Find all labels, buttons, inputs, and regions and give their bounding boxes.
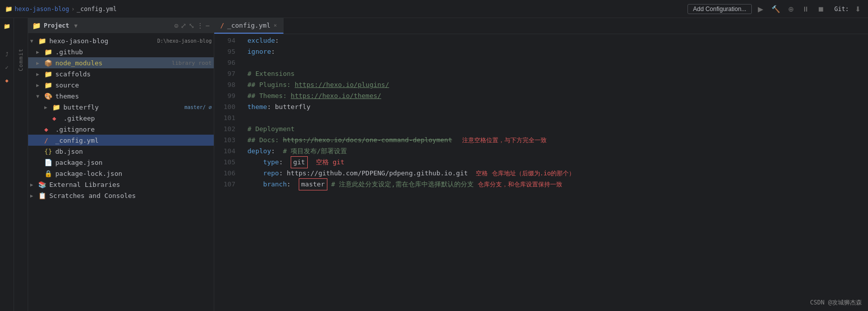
expand-arrow: ▶	[44, 105, 52, 110]
file-tree-panel: 📁 Project ▼ ⊙ ⤢ ⤡ ⋮ − ▼ 📁 hexo-jason-blo…	[28, 18, 214, 311]
tree-label: External Libraries	[49, 181, 212, 188]
tree-item-package-json[interactable]: ▶ 📄 package.json	[28, 157, 214, 168]
build-button[interactable]: 🔨	[769, 4, 782, 14]
code-line-99: ## Themes: https://hexo.io/themes/	[247, 90, 868, 101]
commit-icon[interactable]: ✓	[1, 61, 13, 73]
line-numbers: 94 95 96 97 98 99 100 101 102 103 104 10…	[214, 34, 241, 311]
tree-label: package-lock.json	[55, 170, 212, 177]
tree-item-gitkeep[interactable]: ▶ ◆ .gitkeep	[28, 113, 214, 124]
tree-item-config-yml[interactable]: ▶ / _config.yml	[28, 135, 214, 146]
git-download-button[interactable]: ⬇	[853, 4, 863, 14]
panel-dropdown-arrow[interactable]: ▼	[74, 23, 78, 29]
breadcrumb-file: _config.yml	[77, 6, 117, 13]
tree-label: Scratches and Consoles	[49, 192, 212, 199]
expand-icon[interactable]: ⤢	[181, 22, 187, 30]
annotation-line107: 仓库分支，和仓库设置保持一致	[478, 179, 562, 190]
code-line-105: type: git空格 git	[247, 157, 868, 168]
themes-folder-icon: 🎨	[44, 92, 53, 100]
tree-label: .gitignore	[55, 126, 212, 133]
tree-label: .github	[55, 48, 212, 56]
code-line-104: deploy: # 项目发布/部署设置	[247, 146, 868, 157]
scratch-icon: 📋	[38, 192, 47, 199]
tree-label: package.json	[55, 159, 212, 166]
expand-arrow: ▼	[36, 93, 44, 99]
library-root-badge: library root	[172, 60, 212, 66]
debug-button[interactable]: ⏸	[800, 4, 811, 14]
sidebar-icon-strip: 📁 ⤴ ✓ ◆	[0, 18, 14, 311]
git-label: Git:	[834, 6, 849, 13]
tree-item-external-libraries[interactable]: ▶ 📚 External Libraries	[28, 179, 214, 190]
file-tree: ▼ 📁 hexo-jason-blog D:\hexo-jason-blog ▶…	[28, 33, 214, 311]
tree-item-node-modules[interactable]: ▶ 📦 node_modules library root	[28, 57, 214, 68]
settings-icon[interactable]: ⋮	[197, 22, 204, 30]
locate-icon[interactable]: ⊙	[174, 22, 178, 30]
folder-icon: 📁	[38, 37, 47, 45]
folder-icon: 📁	[52, 103, 61, 111]
code-line-97: # Extensions	[247, 68, 868, 79]
tree-item-gitignore[interactable]: ▶ ◆ .gitignore	[28, 124, 214, 135]
type-value-box: git	[291, 156, 307, 168]
panel-title: Project	[44, 22, 69, 29]
annotation-line105: 空格 git	[316, 157, 344, 168]
tree-item-db-json[interactable]: ▶ {} db.json	[28, 146, 214, 157]
tree-label: butterfly	[63, 103, 183, 111]
commit-label: Commit	[18, 48, 24, 71]
folder-icon: 📁	[5, 6, 13, 13]
tab-config-yml[interactable]: / _config.yml ×	[214, 18, 284, 34]
git-master-badge: master/ ∅	[185, 105, 212, 110]
editor-content: 94 95 96 97 98 99 100 101 102 103 104 10…	[214, 34, 868, 311]
module-icon: 📦	[44, 59, 53, 67]
tab-label: _config.yml	[227, 22, 271, 29]
tree-item-package-lock[interactable]: ▶ 🔒 package-lock.json	[28, 168, 214, 179]
project-panel-icon[interactable]: 📁	[1, 20, 13, 32]
lock-icon: 🔒	[44, 170, 53, 177]
vcs-icon[interactable]: ⤴	[1, 48, 13, 60]
tree-label: themes	[55, 92, 212, 100]
tree-label: .gitkeep	[63, 115, 212, 122]
tree-item-source[interactable]: ▶ 📁 source	[28, 79, 214, 90]
coverage-button[interactable]: ⊕	[786, 4, 796, 14]
code-line-98: ## Plugins: https://hexo.io/plugins/	[247, 79, 868, 90]
tree-item-project-root[interactable]: ▼ 📁 hexo-jason-blog D:\hexo-jason-blog	[28, 35, 214, 46]
expand-arrow: ▶	[30, 193, 38, 198]
tree-item-scratches[interactable]: ▶ 📋 Scratches and Consoles	[28, 190, 214, 201]
branch-value-box: master	[299, 178, 327, 190]
folder-icon: 📁	[44, 81, 53, 89]
breadcrumb-project[interactable]: hexo-jason-blog	[15, 6, 69, 13]
tree-label: hexo-jason-blog	[49, 37, 154, 45]
diamond-icon[interactable]: ◆	[1, 74, 13, 86]
tree-item-github[interactable]: ▶ 📁 .github	[28, 46, 214, 57]
tree-item-scaffolds[interactable]: ▶ 📁 scaffolds	[28, 68, 214, 79]
tree-label: db.json	[55, 148, 212, 155]
folder-icon: 📁	[44, 70, 53, 78]
tab-close-button[interactable]: ×	[274, 22, 277, 29]
panel-header-icons: ⊙ ⤢ ⤡ ⋮ −	[174, 22, 210, 30]
tree-item-themes[interactable]: ▼ 🎨 themes	[28, 90, 214, 101]
tab-file-icon: /	[220, 22, 224, 29]
package-icon: 📄	[44, 159, 53, 166]
code-line-101	[247, 113, 868, 124]
code-line-96	[247, 57, 868, 68]
code-line-106: repo: https://github.com/PDPENG/pdpeng.g…	[247, 168, 868, 179]
add-configuration-button[interactable]: Add Configuration...	[687, 4, 752, 14]
watermark: CSDN @攻城狮杰森	[810, 298, 862, 307]
main-layout: 📁 ⤴ ✓ ◆ Commit 📁 Project ▼ ⊙ ⤢ ⤡ ⋮ − ▼ 📁	[0, 18, 868, 311]
breadcrumb: 📁 hexo-jason-blog › _config.yml	[5, 6, 117, 13]
code-line-100: theme: butterfly	[247, 101, 868, 113]
json-icon: {}	[44, 148, 53, 155]
expand-arrow: ▶	[36, 82, 44, 88]
tab-bar: / _config.yml ×	[214, 18, 868, 34]
run-button[interactable]: ▶	[756, 4, 765, 14]
collapse-icon[interactable]: ⤡	[189, 22, 195, 30]
code-editor[interactable]: exclude: ignore: # Extensions ## Plugins…	[241, 34, 868, 311]
yaml-icon: /	[44, 137, 53, 144]
tree-label: source	[55, 81, 212, 89]
expand-arrow: ▶	[36, 71, 44, 77]
tree-item-butterfly[interactable]: ▶ 📁 butterfly master/ ∅	[28, 101, 214, 113]
close-panel-icon[interactable]: −	[206, 22, 210, 30]
panel-folder-icon: 📁	[32, 22, 41, 30]
expand-arrow: ▼	[30, 38, 38, 44]
stop-button[interactable]: ⏹	[815, 4, 826, 14]
breadcrumb-sep: ›	[71, 6, 74, 13]
code-line-94: exclude:	[247, 35, 868, 46]
